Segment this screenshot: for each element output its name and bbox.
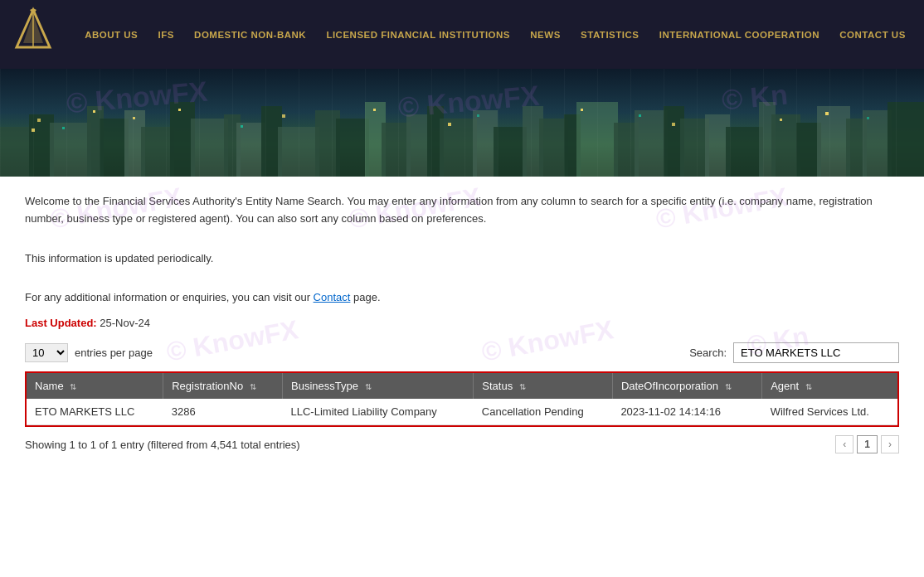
cell-agent: Wilfred Services Ltd.: [762, 399, 897, 425]
svg-rect-11: [100, 119, 129, 177]
svg-rect-42: [817, 106, 850, 177]
sort-arrows-status: ⇅: [519, 382, 526, 391]
svg-rect-26: [440, 119, 477, 177]
col-header-reg-no[interactable]: RegistrationNo ⇅: [163, 373, 283, 399]
svg-rect-57: [825, 112, 829, 115]
nav-contact-us[interactable]: CONTACT US: [834, 30, 911, 40]
search-input[interactable]: [733, 342, 899, 363]
intro-paragraph-2: This information is updated periodically…: [25, 250, 899, 268]
sort-arrows-agent: ⇅: [805, 382, 812, 391]
svg-rect-12: [124, 110, 145, 177]
svg-rect-56: [780, 119, 782, 121]
entries-per-page-label: entries per page: [75, 347, 153, 359]
cell-business_type: LLC-Limited Liability Company: [283, 399, 474, 425]
svg-rect-44: [863, 110, 892, 177]
results-table: Name ⇅ RegistrationNo ⇅ BusinessType ⇅ S…: [27, 373, 897, 425]
svg-rect-7: [0, 127, 33, 177]
intro-paragraph-1: Welcome to the Financial Services Author…: [25, 193, 899, 228]
sort-arrows-name: ⇅: [70, 382, 76, 391]
search-control: Search:: [689, 342, 899, 363]
logo[interactable]: [8, 6, 66, 64]
intro-p3-pre: For any additional information or enquir…: [25, 291, 314, 303]
nav-news[interactable]: NEWS: [525, 30, 566, 40]
svg-rect-61: [639, 114, 641, 117]
col-header-agent[interactable]: Agent ⇅: [762, 373, 897, 399]
nav-statistics[interactable]: STATISTICS: [576, 30, 644, 40]
svg-rect-34: [635, 110, 668, 177]
svg-rect-19: [278, 127, 319, 177]
results-table-wrapper: Name ⇅ RegistrationNo ⇅ BusinessType ⇅ S…: [25, 371, 899, 427]
pagination-next[interactable]: ›: [881, 435, 899, 453]
svg-rect-35: [664, 106, 684, 177]
nav-ifs[interactable]: IFS: [153, 30, 178, 40]
svg-rect-30: [539, 119, 568, 177]
col-header-date-incorp[interactable]: DateOfIncorporation ⇅: [612, 373, 761, 399]
table-controls: 10 25 50 100 entries per page Search:: [25, 342, 899, 363]
last-updated-row: Last Updated: 25-Nov-24: [25, 317, 899, 329]
svg-rect-6: [0, 69, 924, 177]
entries-per-page-control: 10 25 50 100 entries per page: [25, 343, 153, 362]
svg-rect-16: [224, 114, 241, 177]
col-header-status[interactable]: Status ⇅: [474, 373, 613, 399]
cell-name: ETO MARKETS LLC: [27, 399, 163, 425]
svg-rect-8: [29, 114, 54, 177]
table-header-row: Name ⇅ RegistrationNo ⇅ BusinessType ⇅ S…: [27, 373, 897, 399]
svg-rect-17: [236, 123, 265, 177]
svg-rect-9: [50, 123, 91, 177]
svg-rect-27: [473, 110, 498, 177]
nav-intl-coop[interactable]: INTERNATIONAL COOPERATION: [654, 30, 824, 40]
svg-rect-53: [448, 123, 451, 126]
entries-per-page-select[interactable]: 10 25 50 100: [25, 343, 68, 362]
svg-rect-40: [771, 114, 800, 177]
svg-rect-18: [261, 106, 282, 177]
nav-about-us[interactable]: ABOUT US: [80, 30, 143, 40]
contact-link[interactable]: Contact: [314, 291, 351, 303]
search-label: Search:: [689, 347, 727, 359]
nav-domestic-non-bank[interactable]: DOMESTIC NON-BANK: [189, 30, 311, 40]
svg-rect-58: [62, 127, 65, 129]
svg-rect-25: [427, 106, 444, 177]
pagination-controls: ‹ 1 ›: [835, 435, 899, 453]
svg-rect-45: [888, 102, 924, 177]
table-row: ETO MARKETS LLC3286LLC-Limited Liability…: [27, 399, 897, 425]
svg-rect-23: [382, 123, 411, 177]
svg-rect-43: [846, 119, 867, 177]
svg-rect-29: [523, 106, 543, 177]
last-updated-label: Last Updated:: [25, 317, 97, 329]
svg-rect-51: [282, 114, 285, 118]
svg-rect-22: [365, 102, 386, 177]
nav-licensed-fi[interactable]: LICENSED FINANCIAL INSTITUTIONS: [321, 30, 515, 40]
intro-paragraph-3: For any additional information or enquir…: [25, 289, 899, 307]
cell-status: Cancellation Pending: [474, 399, 613, 425]
cell-reg_no: 3286: [163, 399, 283, 425]
svg-rect-37: [705, 114, 730, 177]
navbar: ABOUT US IFS DOMESTIC NON-BANK LICENSED …: [0, 0, 924, 69]
svg-rect-50: [178, 109, 181, 111]
svg-rect-32: [576, 102, 618, 177]
main-content: © KnowFX © KnowFX © KnowFX © KnowFX © Kn…: [0, 177, 924, 462]
svg-rect-38: [726, 127, 763, 177]
svg-rect-13: [141, 127, 174, 177]
pagination-prev[interactable]: ‹: [835, 435, 853, 453]
svg-rect-21: [336, 119, 369, 177]
svg-rect-33: [614, 123, 639, 177]
col-header-name[interactable]: Name ⇅: [27, 373, 163, 399]
svg-rect-60: [477, 114, 479, 117]
pagination-row: Showing 1 to 1 of 1 entry (filtered from…: [25, 435, 899, 453]
svg-rect-55: [672, 123, 675, 126]
cell-date_incorp: 2023-11-02 14:14:16: [612, 399, 761, 425]
svg-rect-14: [170, 102, 195, 177]
svg-rect-62: [867, 117, 869, 119]
sort-arrows-biztype: ⇅: [365, 382, 372, 391]
intro-p3-post: page.: [350, 291, 380, 303]
svg-rect-10: [87, 106, 104, 177]
svg-rect-28: [494, 127, 527, 177]
svg-rect-20: [315, 110, 340, 177]
svg-rect-49: [133, 117, 135, 119]
svg-rect-52: [373, 109, 376, 111]
col-header-business-type[interactable]: BusinessType ⇅: [283, 373, 474, 399]
svg-rect-24: [406, 114, 431, 177]
svg-rect-31: [564, 114, 581, 177]
pagination-page-1[interactable]: 1: [857, 435, 878, 453]
svg-rect-46: [32, 128, 35, 132]
